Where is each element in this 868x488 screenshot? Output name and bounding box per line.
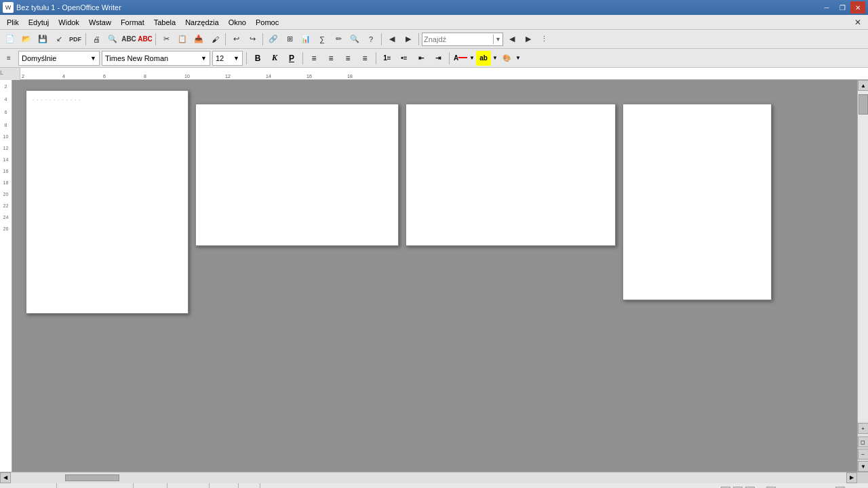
page1-content-hint: ............ xyxy=(32,96,83,102)
align-center-button[interactable]: ≡ xyxy=(323,51,338,66)
hyperlink-button[interactable]: 🔗 xyxy=(266,32,281,47)
close-doc-button[interactable]: ✕ xyxy=(850,15,865,30)
save-as-button[interactable]: ↙ xyxy=(52,32,66,47)
find-next-button[interactable]: ▶ xyxy=(521,32,536,47)
vertical-scrollbar[interactable]: ▲ + ◻ − ▼ xyxy=(857,80,868,472)
find-button[interactable]: 🔍 xyxy=(347,32,362,47)
font-dropdown[interactable]: Times New Roman ▼ xyxy=(102,51,210,66)
zoom-out-button[interactable]: − xyxy=(858,449,869,460)
zoom-in-button[interactable]: + xyxy=(858,423,869,434)
highlight-button[interactable]: ab xyxy=(476,51,491,66)
page-type-section: Strona nieparzysta xyxy=(57,483,134,488)
new-button[interactable]: 📄 xyxy=(3,32,18,47)
recording-section: ⏺ xyxy=(239,483,260,488)
open-button[interactable]: 📂 xyxy=(19,32,34,47)
bg-color-dropdown[interactable]: ▼ xyxy=(516,51,520,66)
insert-mode-section[interactable]: WSTAW xyxy=(167,483,210,488)
page3 xyxy=(406,104,616,246)
hscroll-left-button[interactable]: ◀ xyxy=(0,472,11,483)
export-pdf-button[interactable]: PDF xyxy=(68,32,83,47)
app-icon: W xyxy=(3,2,14,13)
calc-button[interactable]: ∑ xyxy=(315,32,330,47)
redo-button[interactable]: ↪ xyxy=(245,32,260,47)
save-button[interactable]: 💾 xyxy=(35,32,50,47)
menu-view[interactable]: Widok xyxy=(54,17,83,28)
minimize-button[interactable]: ─ xyxy=(819,1,834,14)
horizontal-scrollbar: ◀ ▶ xyxy=(0,472,868,483)
font-color-dropdown[interactable]: ▼ xyxy=(470,51,474,66)
page4-wrapper xyxy=(623,90,778,310)
main-toolbar: 📄 📂 💾 ↙ PDF 🖨 🔍 ABC ABC ✂ 📋 📥 🖌 ↩ ↪ 🔗 ⊞ … xyxy=(0,30,868,49)
spellcheck2-button[interactable]: ABC xyxy=(138,32,153,47)
italic-button[interactable]: K xyxy=(267,51,282,66)
page4 xyxy=(623,104,772,300)
preview-button[interactable]: 🔍 xyxy=(105,32,120,47)
sep-fmt-4 xyxy=(449,52,450,64)
zoom-page-button[interactable]: ◻ xyxy=(858,436,869,447)
restore-button[interactable]: ❐ xyxy=(835,1,850,14)
list-unordered-button[interactable]: •≡ xyxy=(397,51,412,66)
underline-button[interactable]: P xyxy=(284,51,299,66)
highlight-dropdown[interactable]: ▼ xyxy=(493,51,497,66)
style-dropdown[interactable]: Domyślnie ▼ xyxy=(18,51,100,66)
scroll-down-button[interactable]: ▼ xyxy=(858,461,868,472)
table-button[interactable]: ⊞ xyxy=(282,32,297,47)
sep-fmt-2 xyxy=(302,52,303,64)
menu-insert[interactable]: Wstaw xyxy=(85,17,115,28)
page-info-section: Strona 4 / 4 xyxy=(4,483,57,488)
size-dropdown[interactable]: 12 ▼ xyxy=(212,51,243,66)
sep-fmt-1 xyxy=(246,52,247,64)
background-color-button[interactable]: 🎨 xyxy=(499,51,514,66)
pages-container: ............ xyxy=(26,90,844,324)
style-value: Domyślnie xyxy=(22,54,56,62)
menu-help[interactable]: Pomoc xyxy=(252,17,283,28)
align-left-button[interactable]: ≡ xyxy=(307,51,321,66)
menu-tools[interactable]: Narzędzia xyxy=(181,17,223,28)
scroll-up-button[interactable]: ▲ xyxy=(858,80,868,91)
find-prev-button[interactable]: ◀ xyxy=(505,32,519,47)
copy-button[interactable]: 📋 xyxy=(175,32,190,47)
separator-3 xyxy=(225,33,226,45)
font-color-button[interactable]: A xyxy=(453,51,468,66)
increase-indent-button[interactable]: ⇥ xyxy=(431,51,446,66)
hscroll-thumb[interactable] xyxy=(65,474,119,481)
align-right-button[interactable]: ≡ xyxy=(340,51,355,66)
menu-edit[interactable]: Edytuj xyxy=(24,17,54,28)
scroll-thumb[interactable] xyxy=(859,94,868,115)
sep-fmt-3 xyxy=(376,52,376,64)
print-button[interactable]: 🖨 xyxy=(89,32,104,47)
separator-5 xyxy=(381,33,382,45)
chart-button[interactable]: 📊 xyxy=(298,32,313,47)
ruler-container: L 2 4 6 8 10 12 14 16 18 xyxy=(0,68,868,80)
align-justify-button[interactable]: ≡ xyxy=(357,51,372,66)
list-ordered-button[interactable]: 1≡ xyxy=(380,51,395,66)
paste-button[interactable]: 📥 xyxy=(191,32,206,47)
spellcheck-button[interactable]: ABC xyxy=(121,32,136,47)
document-area[interactable]: ............ xyxy=(12,80,857,472)
help-button[interactable]: ? xyxy=(363,32,378,47)
more-options-button[interactable]: ⋮ xyxy=(537,32,552,47)
formatting-toolbar: ≡ Domyślnie ▼ Times New Roman ▼ 12 ▼ B K… xyxy=(0,49,868,68)
search-input[interactable] xyxy=(424,35,492,43)
clone-format-button[interactable]: 🖌 xyxy=(208,32,222,47)
scroll-track[interactable] xyxy=(858,91,868,422)
menu-format[interactable]: Format xyxy=(117,17,149,28)
language-section: Polski xyxy=(134,483,167,488)
page2-wrapper xyxy=(195,90,406,256)
draw-button[interactable]: ✏ xyxy=(331,32,346,47)
menu-table[interactable]: Tabela xyxy=(150,17,180,28)
vertical-ruler: 2 4 6 8 10 12 14 16 18 20 22 24 26 xyxy=(0,80,12,472)
decrease-indent-button[interactable]: ⇤ xyxy=(414,51,429,66)
nav-next-button[interactable]: ▶ xyxy=(401,32,416,47)
menu-window[interactable]: Okno xyxy=(224,17,250,28)
bold-button[interactable]: B xyxy=(250,51,265,66)
hscroll-right-button[interactable]: ▶ xyxy=(846,472,857,483)
nav-prev-button[interactable]: ◀ xyxy=(384,32,399,47)
menubar: Plik Edytuj Widok Wstaw Format Tabela Na… xyxy=(0,15,868,30)
undo-button[interactable]: ↩ xyxy=(229,32,243,47)
horizontal-ruler: 2 4 6 8 10 12 14 16 18 xyxy=(20,68,868,80)
close-button[interactable]: ✕ xyxy=(850,1,865,14)
cut-button[interactable]: ✂ xyxy=(159,32,174,47)
separator-6 xyxy=(418,33,419,45)
menu-file[interactable]: Plik xyxy=(3,17,23,28)
